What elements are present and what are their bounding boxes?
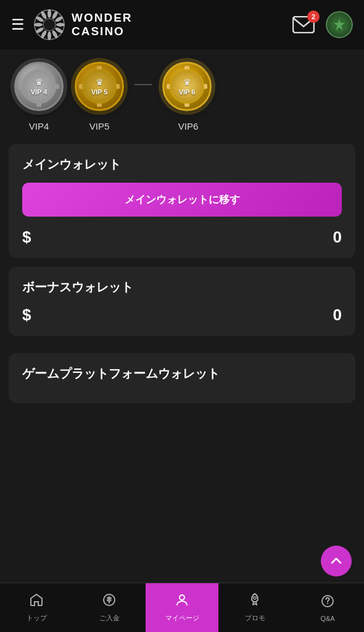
header-right: 2 <box>290 11 353 38</box>
crown-icon-vip5: ♛ <box>96 77 104 87</box>
mail-badge: 2 <box>307 10 320 23</box>
chip-level-vip6: VIP 6 <box>179 88 196 96</box>
bonus-wallet-card: ボーナスウォレット $ 0 <box>9 267 355 336</box>
svg-point-20 <box>327 603 328 604</box>
bonus-wallet-currency: $ <box>22 306 31 325</box>
chip-level-vip5: VIP 5 <box>91 88 108 96</box>
nav-item-top[interactable]: トップ <box>0 583 73 632</box>
vip4-chip[interactable]: ♛ VIP 4 <box>11 62 67 117</box>
person-icon <box>175 592 189 611</box>
home-icon <box>29 592 44 611</box>
bonus-wallet-balance-row: $ 0 <box>22 306 342 325</box>
svg-point-17 <box>180 595 184 600</box>
svg-point-18 <box>254 597 256 599</box>
bonus-wallet-title: ボーナスウォレット <box>22 279 342 296</box>
wallet-section: メインウォレット メインウォレットに移す $ 0 ボーナスウォレット $ 0 <box>0 138 364 351</box>
vip6-label: VIP6 <box>160 121 216 131</box>
menu-icon[interactable]: ☰ <box>11 16 25 33</box>
svg-point-4 <box>56 23 65 27</box>
vip-separator: — <box>134 73 152 106</box>
crown-icon-vip4: ♛ <box>35 77 43 87</box>
nav-item-mypage[interactable]: マイページ <box>146 583 218 632</box>
logo-emblem-icon <box>33 9 65 41</box>
svg-point-1 <box>48 9 51 18</box>
main-wallet-currency: $ <box>22 228 31 247</box>
nav-item-deposit[interactable]: ご入金 <box>73 583 146 632</box>
header: ☰ <box>0 0 364 49</box>
vip5-label: VIP5 <box>72 121 127 131</box>
nav-label-deposit: ご入金 <box>99 613 120 623</box>
game-platform-title: ゲームプラットフォームウォレット <box>22 365 342 382</box>
wallet-transfer-button[interactable]: メインウォレットに移す <box>22 183 342 217</box>
nav-label-top: トップ <box>27 613 47 623</box>
question-icon <box>320 594 335 612</box>
chip-level-vip4: VIP 4 <box>31 88 48 96</box>
header-left: ☰ <box>11 9 133 41</box>
vip5-chip[interactable]: ♛ VIP 5 <box>72 62 127 117</box>
game-platform-section: ゲームプラットフォームウォレット <box>0 351 364 403</box>
main-wallet-balance-row: $ 0 <box>22 228 342 247</box>
svg-point-7 <box>48 31 51 40</box>
mail-button[interactable]: 2 <box>290 13 317 36</box>
vip-labels-row: VIP4 VIP5 VIP6 <box>11 121 353 131</box>
main-wallet-amount: 0 <box>333 228 342 247</box>
bottom-nav: トップ ご入金 マイページ プロモ <box>0 583 364 632</box>
nav-item-qa[interactable]: Q&A <box>291 583 364 632</box>
nav-item-promo[interactable]: プロモ <box>218 583 291 632</box>
vip-chips-row: ♛ VIP 4 ♛ VIP 5 — <box>11 62 353 117</box>
bonus-wallet-amount: 0 <box>333 306 342 325</box>
game-platform-card: ゲームプラットフォームウォレット <box>9 353 355 403</box>
main-wallet-card: メインウォレット メインウォレットに移す $ 0 <box>9 144 355 258</box>
nav-label-qa: Q&A <box>320 615 334 622</box>
logo-area: WONDER CASINO <box>33 9 133 41</box>
nav-label-mypage: マイページ <box>165 613 199 623</box>
vip6-chip[interactable]: ♛ VIP 6 <box>159 62 215 117</box>
vip4-label: VIP4 <box>11 121 67 131</box>
coin-icon <box>102 592 117 611</box>
logo-text: WONDER CASINO <box>72 11 133 38</box>
nav-label-promo: プロモ <box>245 613 265 623</box>
avatar-icon <box>326 11 353 38</box>
svg-point-13 <box>43 19 56 31</box>
avatar-button[interactable] <box>326 11 353 38</box>
chevron-up-icon <box>329 554 344 568</box>
crown-icon-vip6: ♛ <box>183 77 191 87</box>
svg-point-10 <box>34 23 43 27</box>
rocket-icon <box>247 592 262 611</box>
main-wallet-title: メインウォレット <box>22 156 342 173</box>
vip-section: ♛ VIP 4 ♛ VIP 5 — <box>0 49 364 138</box>
scroll-top-button[interactable] <box>321 546 352 576</box>
